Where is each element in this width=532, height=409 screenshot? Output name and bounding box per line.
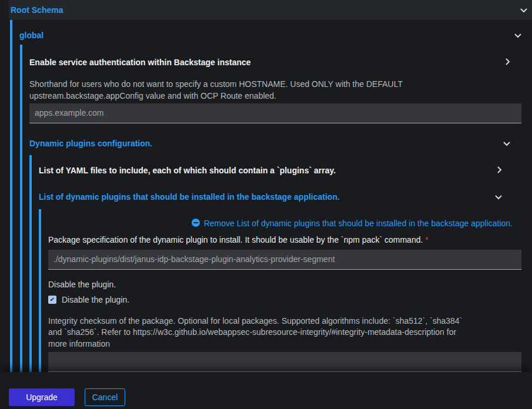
package-label-text: Package specification of the dynamic plu… xyxy=(48,235,423,244)
schema-form: Root Schema global Enable service authen… xyxy=(0,0,532,372)
chevron-right-icon xyxy=(506,58,510,67)
root-schema-title: Root Schema xyxy=(11,5,63,15)
chevron-down-icon xyxy=(520,5,527,15)
upgrade-button[interactable]: Upgrade xyxy=(9,388,75,406)
chevron-down-icon xyxy=(495,192,502,202)
global-section-label: global xyxy=(19,31,44,40)
global-section-body: Enable service authentication within Bac… xyxy=(20,45,532,373)
section-toggle-dynamic-plugins[interactable]: Dynamic plugins configuration. xyxy=(29,139,532,148)
disable-checkbox-label: Disable the plugin. xyxy=(62,295,129,304)
host-input[interactable] xyxy=(29,103,521,123)
section-toggle-auth[interactable]: Enable service authentication within Bac… xyxy=(29,58,532,67)
integrity-field-description: Integrity checksum of the package. Optio… xyxy=(48,316,469,350)
form-footer: Upgrade Cancel xyxy=(0,372,532,409)
section-toggle-yaml-files[interactable]: List of YAML files to include, each of w… xyxy=(39,166,532,175)
section-toggle-global[interactable]: global xyxy=(19,31,532,40)
remove-link-label: Remove List of dynamic plugins that shou… xyxy=(204,219,513,228)
section-toggle-plugins-list[interactable]: List of dynamic plugins that should be i… xyxy=(39,192,532,202)
cancel-button[interactable]: Cancel xyxy=(85,388,125,406)
yaml-item-label: List of YAML files to include, each of w… xyxy=(39,166,336,175)
auth-item-label: Enable service authentication within Bac… xyxy=(29,58,251,67)
chevron-down-icon xyxy=(503,139,510,148)
chevron-down-icon xyxy=(514,31,521,40)
dynamic-plugins-section-label: Dynamic plugins configuration. xyxy=(29,139,152,148)
required-marker: * xyxy=(425,235,428,244)
integrity-input[interactable] xyxy=(48,352,521,372)
package-field-label: Package specification of the dynamic plu… xyxy=(48,235,532,244)
disable-field-label: Disable the plugin. xyxy=(48,280,532,289)
plugins-list-section-label: List of dynamic plugins that should be i… xyxy=(39,192,340,202)
disable-checkbox[interactable] xyxy=(48,296,56,304)
disable-checkbox-row: Disable the plugin. xyxy=(48,295,532,304)
plugins-list-body: Remove List of dynamic plugins that shou… xyxy=(39,209,532,373)
remove-plugins-list-link[interactable]: Remove List of dynamic plugins that shou… xyxy=(48,219,513,229)
root-schema-toggle[interactable]: Root Schema xyxy=(9,0,532,20)
chevron-right-icon xyxy=(497,166,502,175)
root-schema-body: global Enable service authentication wit… xyxy=(10,20,532,373)
package-input[interactable] xyxy=(48,250,521,270)
host-field-description: Shorthand for users who do not want to s… xyxy=(29,78,506,102)
minus-circle-icon xyxy=(192,219,200,229)
dynamic-plugins-body: List of YAML files to include, each of w… xyxy=(29,155,532,373)
